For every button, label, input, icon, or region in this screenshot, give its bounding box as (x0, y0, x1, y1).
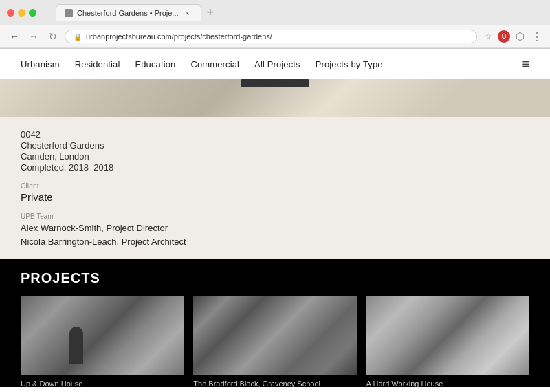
project-info: 0042 Chesterford Gardens Camden, London … (0, 117, 550, 259)
close-dot[interactable] (7, 9, 14, 17)
new-tab-button[interactable]: + (207, 6, 214, 20)
nav-item-education[interactable]: Education (135, 58, 175, 70)
browser-titlebar: Chesterford Gardens • Proje... × + (0, 0, 550, 25)
project-card-2[interactable]: The Bradford Block, Graveney School (193, 296, 356, 387)
tab-title: Chesterford Gardens • Proje... (77, 9, 179, 17)
projects-section-title: PROJECTS (21, 270, 529, 286)
project-name: Chesterford Gardens (21, 140, 529, 151)
project-card-3[interactable]: A Hard Working House (366, 296, 529, 387)
extensions-icon[interactable]: ⬡ (513, 30, 527, 43)
project-caption-1: Up & Down House (21, 380, 184, 387)
menu-icon[interactable]: ⋮ (529, 30, 543, 43)
fullscreen-dot[interactable] (29, 9, 36, 17)
bookmark-icon[interactable]: ☆ (481, 30, 495, 43)
nav-links: Urbanism Residential Education Commercia… (21, 58, 522, 70)
nav-item-projects-by-type[interactable]: Projects by Type (316, 58, 383, 70)
browser-actions: ☆ U ⬡ ⋮ (481, 30, 543, 43)
forward-button[interactable]: → (26, 29, 41, 44)
lock-icon: 🔒 (74, 33, 82, 41)
browser-nav: ← → ↻ 🔒 urbanprojectsbureau.com/projects… (0, 25, 550, 48)
project-thumb-2[interactable] (193, 296, 356, 375)
profile-icon[interactable]: U (498, 30, 510, 43)
minimize-dot[interactable] (18, 9, 25, 17)
back-button[interactable]: ← (7, 29, 22, 44)
team-label: UPB Team (21, 213, 529, 220)
project-location: Camden, London (21, 151, 529, 162)
tab-favicon (65, 9, 73, 17)
active-tab[interactable]: Chesterford Gardens • Proje... × (56, 4, 201, 21)
project-thumb-3[interactable] (366, 296, 529, 375)
client-label: Client (21, 182, 529, 190)
nav-item-urbanism[interactable]: Urbanism (21, 58, 60, 70)
lamp-decoration (241, 79, 309, 87)
nav-item-commercial[interactable]: Commercial (190, 58, 239, 70)
browser-dots (7, 9, 36, 17)
tab-bar: Chesterford Gardens • Proje... × + (42, 4, 543, 21)
project-caption-2: The Bradford Block, Graveney School (193, 380, 356, 387)
nav-item-residential[interactable]: Residential (75, 58, 120, 70)
team-member-2: Nicola Barrington-Leach, Project Archite… (21, 235, 529, 249)
project-number: 0042 (21, 129, 529, 140)
address-bar[interactable]: 🔒 urbanprojectsbureau.com/projects/chest… (65, 30, 477, 43)
nav-item-all-projects[interactable]: All Projects (254, 58, 300, 70)
project-thumb-1[interactable] (21, 296, 184, 375)
team-member-1: Alex Warnock-Smith, Project Director (21, 221, 529, 235)
site-content: Urbanism Residential Education Commercia… (0, 49, 550, 387)
browser-chrome: Chesterford Gardens • Proje... × + ← → ↻… (0, 0, 550, 49)
hero-image (0, 79, 550, 117)
site-nav: Urbanism Residential Education Commercia… (0, 49, 550, 79)
projects-grid: Up & Down House The Bradford Block, Grav… (21, 296, 529, 387)
project-caption-3: A Hard Working House (366, 380, 529, 387)
projects-section: PROJECTS Up & Down House The Bradford Bl… (0, 259, 550, 387)
refresh-button[interactable]: ↻ (45, 29, 60, 44)
tab-close-button[interactable]: × (183, 8, 192, 18)
client-value: Private (21, 191, 529, 203)
project-completed: Completed, 2018–2018 (21, 162, 529, 173)
project-card-1[interactable]: Up & Down House (21, 296, 184, 387)
hamburger-menu[interactable]: ≡ (522, 57, 529, 72)
url-text: urbanprojectsbureau.com/projects/chester… (86, 32, 272, 41)
